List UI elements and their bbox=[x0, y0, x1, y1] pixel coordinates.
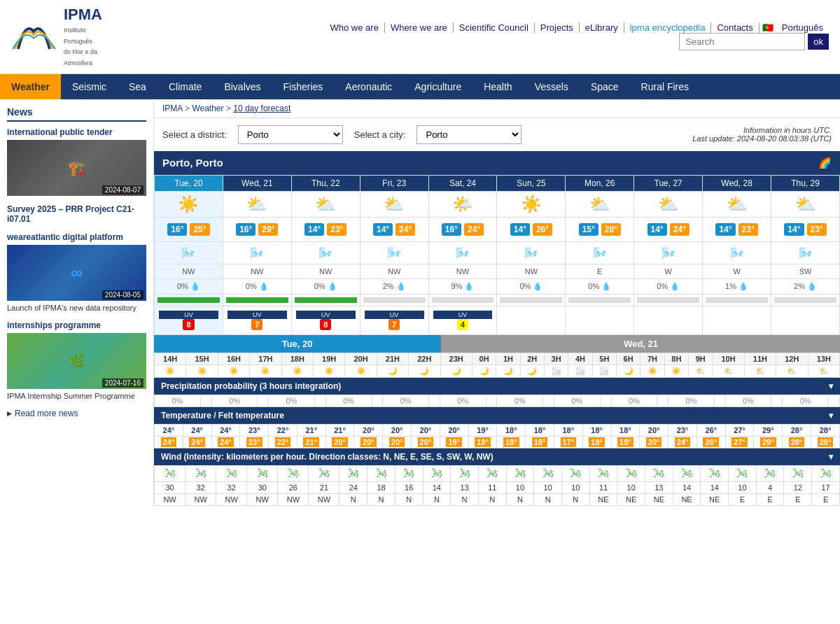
day-header-2[interactable]: Thu, 22 bbox=[291, 175, 360, 191]
top-link-projects[interactable]: Projects bbox=[535, 22, 580, 33]
day-header-7[interactable]: Tue, 27 bbox=[634, 175, 703, 191]
nav-weather[interactable]: Weather bbox=[0, 74, 61, 99]
top-link-portugues[interactable]: Português bbox=[776, 22, 829, 33]
news-item-3-image[interactable]: ∞ 2024-08-05 bbox=[7, 245, 146, 301]
precip-9: 2% 💧 bbox=[771, 278, 840, 294]
top-link-contacts[interactable]: Contacts bbox=[711, 22, 759, 33]
weather-icon-1: ⛅ bbox=[223, 191, 291, 217]
ws-6: 24 bbox=[340, 481, 368, 493]
wi-12: 🌬 bbox=[506, 465, 534, 481]
wd-0: NW bbox=[155, 493, 186, 505]
district-select[interactable]: Porto bbox=[238, 125, 343, 144]
top-link-scientific-council[interactable]: Scientific Council bbox=[454, 22, 535, 33]
bar-6 bbox=[566, 294, 634, 306]
tb-15: 18° bbox=[582, 424, 611, 436]
h-icon-16: ☀️ bbox=[218, 364, 249, 377]
news-item-4-title[interactable]: internships programme bbox=[7, 320, 146, 330]
utc-info: Information in hours UTC. Last update: 2… bbox=[692, 126, 832, 143]
day-header-4[interactable]: Sat, 24 bbox=[428, 175, 497, 191]
news-item-1-title[interactable]: international public tender bbox=[7, 127, 146, 137]
day-header-5[interactable]: Sun, 25 bbox=[497, 175, 566, 191]
hour-2h: 2H bbox=[520, 353, 544, 364]
breadcrumb-ipma[interactable]: IPMA bbox=[162, 104, 183, 113]
to-9: 20° bbox=[412, 436, 440, 448]
nav-sea[interactable]: Sea bbox=[118, 74, 158, 99]
bar-0 bbox=[155, 294, 223, 306]
nav-vessels[interactable]: Vessels bbox=[524, 74, 580, 99]
wd-23: E bbox=[812, 493, 840, 505]
city-header-text: Porto, Porto bbox=[162, 157, 223, 169]
tb-19: 26° bbox=[696, 424, 725, 436]
read-more-news-link[interactable]: Read more news bbox=[7, 409, 146, 418]
temp-expand-row[interactable]: Temperature / Felt temperature ▾ bbox=[154, 407, 840, 424]
search-button[interactable]: ok bbox=[808, 34, 829, 50]
controls-row: Select a district: Porto Select a city: … bbox=[154, 118, 840, 151]
h-icon-19: ☀️ bbox=[313, 364, 344, 377]
top-link-elibrary[interactable]: eLibrary bbox=[580, 22, 624, 33]
day-header-3[interactable]: Fri, 23 bbox=[360, 175, 428, 191]
top-link-where-we-are[interactable]: Where we are bbox=[385, 22, 454, 33]
pv-11 bbox=[486, 395, 497, 406]
day-header-8[interactable]: Wed, 28 bbox=[703, 175, 771, 191]
weather-icon-6: ⛅ bbox=[566, 191, 634, 217]
temp-5: 14°26° bbox=[497, 217, 566, 241]
bar-5 bbox=[497, 294, 566, 306]
hour-6h: 6H bbox=[616, 353, 640, 364]
news-item-1-image[interactable]: 🏗️ 2024-08-07 bbox=[7, 140, 146, 196]
pv-18: 0% bbox=[668, 395, 715, 406]
wi-19: 🌬 bbox=[701, 465, 729, 481]
h-icon-17: ☀️ bbox=[250, 364, 281, 377]
hour-12h: 12H bbox=[776, 353, 808, 364]
hour-15h: 15H bbox=[186, 353, 218, 364]
breadcrumb-weather[interactable]: Weather bbox=[192, 104, 223, 113]
precip-expand-row[interactable]: Precipitation probability (3 hours integ… bbox=[154, 378, 840, 395]
to-5: 21° bbox=[297, 436, 326, 448]
day-header-0[interactable]: Tue, 20 bbox=[155, 175, 223, 191]
nav-bivalves[interactable]: Bivalves bbox=[213, 74, 272, 99]
wi-5: 🌬 bbox=[309, 465, 340, 481]
wind-icon-4: 🌬️ bbox=[428, 241, 497, 264]
to-7: 20° bbox=[354, 436, 383, 448]
nav-seismic[interactable]: Seismic bbox=[61, 74, 118, 99]
wind-icon-row: 🌬️ 🌬️ 🌬️ 🌬️ 🌬️ 🌬️ 🌬️ 🌬️ 🌬️ 🌬️ bbox=[155, 241, 840, 264]
news-item-2-title[interactable]: Survey 2025 – PRR Project C21-i07.01 bbox=[7, 204, 146, 224]
to-4: 22° bbox=[269, 436, 298, 448]
nav-health[interactable]: Health bbox=[472, 74, 523, 99]
flag-icon: 🇵🇹 bbox=[762, 22, 774, 33]
search-input[interactable] bbox=[679, 33, 805, 50]
day-header-9[interactable]: Thu, 29 bbox=[771, 175, 840, 191]
nav-rural-fires[interactable]: Rural Fires bbox=[630, 74, 700, 99]
nav-agriculture[interactable]: Agriculture bbox=[403, 74, 472, 99]
to-1: 24° bbox=[183, 436, 211, 448]
top-links: Who we are Where we are Scientific Counc… bbox=[325, 22, 830, 33]
news-item-3-title[interactable]: weareatlantic digital platform bbox=[7, 232, 146, 242]
wind-icon-6: 🌬️ bbox=[566, 241, 634, 264]
wind-expand-row[interactable]: Wind (Intensity: kilometers per hour. Di… bbox=[154, 448, 840, 465]
wind-icon-3: 🌬️ bbox=[360, 241, 428, 264]
city-select[interactable]: Porto bbox=[416, 125, 522, 144]
to-17: 20° bbox=[640, 436, 668, 448]
tb-8: 20° bbox=[383, 424, 412, 436]
news-item-4-image[interactable]: 🌿 2024-07-16 bbox=[7, 333, 146, 389]
pv-2: 0% bbox=[211, 395, 258, 406]
wi-9: 🌬 bbox=[423, 465, 451, 481]
nav-aeronautic[interactable]: Aeronautic bbox=[334, 74, 403, 99]
weather-icon-8: ⛅ bbox=[703, 191, 771, 217]
pv-12: 0% bbox=[497, 395, 543, 406]
weather-icons-row: ☀️ ⛅ ⛅ ⛅ 🌤️ ☀️ ⛅ ⛅ ⛅ ⛅ bbox=[155, 191, 840, 217]
wi-1: 🌬 bbox=[186, 465, 216, 481]
top-navigation: IPMA InstitutoPortuguêsdo Mar e daAtmosf… bbox=[0, 0, 840, 74]
pv-4: 0% bbox=[269, 395, 315, 406]
top-link-encyclopedia[interactable]: ipma encyclopedia bbox=[624, 22, 712, 33]
nav-climate[interactable]: Climate bbox=[158, 74, 213, 99]
to-0: 24° bbox=[155, 436, 183, 448]
day-header-1[interactable]: Wed, 21 bbox=[223, 175, 291, 191]
utc-info-text: Information in hours UTC. bbox=[692, 126, 832, 134]
nav-space[interactable]: Space bbox=[580, 74, 630, 99]
day-header-6[interactable]: Mon, 26 bbox=[566, 175, 634, 191]
breadcrumb-10day[interactable]: 10 day forecast bbox=[233, 104, 290, 113]
wind-dir-4: NW bbox=[428, 264, 497, 278]
top-link-who-we-are[interactable]: Who we are bbox=[325, 22, 385, 33]
nav-fisheries[interactable]: Fisheries bbox=[272, 74, 335, 99]
search-area: ok bbox=[679, 33, 829, 50]
